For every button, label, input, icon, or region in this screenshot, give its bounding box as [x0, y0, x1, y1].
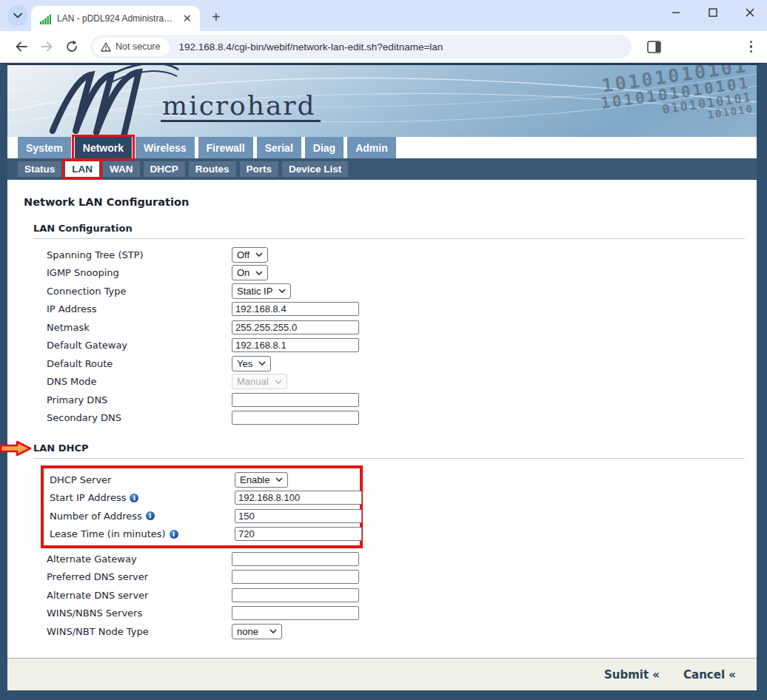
alternate-gateway-input[interactable] [232, 552, 359, 566]
primary-dns-input[interactable] [232, 393, 359, 407]
side-panel-icon [647, 41, 661, 53]
igmp-snooping-select[interactable]: On [232, 265, 268, 280]
main-tab-wireless[interactable]: Wireless [135, 137, 194, 158]
form-row: Number of Addressi [50, 507, 360, 525]
form-row: Secondary DNS [47, 409, 751, 428]
sub-nav: StatusLANWANDHCPRoutesPortsDevice List [7, 158, 757, 180]
forward-icon [40, 41, 53, 53]
wins-nbns-servers-input[interactable] [232, 606, 359, 620]
form-row: WINS/NBT Node Typenone [47, 622, 751, 641]
main-tab-serial[interactable]: Serial [257, 137, 301, 158]
maximize-button[interactable] [708, 7, 718, 18]
close-button[interactable] [745, 7, 755, 18]
browser-toolbar: Not secure 192.168.8.4/cgi-bin/webif/net… [0, 31, 767, 63]
start-ip-address-input[interactable] [235, 491, 362, 505]
field-label-alternate-gateway: Alternate Gateway [47, 553, 232, 565]
security-chip[interactable]: Not secure [93, 38, 170, 56]
browser-tab[interactable]: LAN - pDDL924 Administrative ✕ [31, 6, 200, 31]
site-header: microhard 10101010101 1010101010101 0101… [7, 65, 757, 137]
field-label-default-route: Default Route [47, 358, 232, 369]
sub-tab-ports[interactable]: Ports [240, 161, 279, 177]
submit-button[interactable]: Submit « [604, 668, 660, 682]
default-route-select[interactable]: Yes [232, 356, 271, 371]
ip-address-input[interactable] [232, 302, 359, 316]
main-tab-network[interactable]: Network [75, 137, 132, 158]
section-lan-configuration: LAN ConfigurationSpanning Tree (STP)OffI… [24, 223, 751, 427]
secondary-dns-input[interactable] [232, 411, 359, 425]
field-label-primary-dns: Primary DNS [47, 394, 232, 405]
chevron-down-icon [255, 271, 263, 275]
sub-tab-routes[interactable]: Routes [189, 161, 236, 177]
sub-tab-lan[interactable]: LAN [65, 161, 99, 177]
annotation-arrow [0, 440, 32, 459]
browser-titlebar: LAN - pDDL924 Administrative ✕ + [0, 0, 767, 31]
address-bar[interactable]: Not secure 192.168.8.4/cgi-bin/webif/net… [90, 35, 632, 58]
number-of-address-input[interactable] [235, 509, 362, 523]
section-divider [33, 238, 745, 239]
dhcp-server-select[interactable]: Enable [235, 472, 288, 488]
form-row: Primary DNS [47, 391, 751, 409]
field-label-start-ip-address: Start IP Addressi [50, 492, 235, 503]
form-row: Alternate DNS server [47, 586, 751, 605]
form-row: DHCP ServerEnable [50, 471, 360, 489]
url-text: 192.168.8.4/cgi-bin/webif/network-lan-ed… [178, 41, 443, 53]
reload-button[interactable] [59, 34, 84, 59]
main-tab-firewall[interactable]: Firewall [198, 137, 253, 158]
window-controls [671, 7, 755, 18]
alternate-dns-server-input[interactable] [232, 588, 359, 602]
page-content: Network LAN Configuration LAN Configurat… [7, 180, 757, 658]
info-icon[interactable]: i [170, 530, 178, 539]
back-button[interactable] [9, 34, 34, 59]
page-title: Network LAN Configuration [24, 196, 751, 208]
annotation-highlight-box: DHCP ServerEnableStart IP AddressiNumber… [41, 465, 363, 548]
wins-nbt-node-type-select[interactable]: none [232, 624, 282, 639]
sub-tab-wan[interactable]: WAN [103, 161, 140, 177]
back-icon [15, 41, 28, 53]
preferred-dns-server-input[interactable] [232, 570, 359, 584]
chevron-down-icon [13, 13, 22, 18]
main-tab-diag[interactable]: Diag [305, 137, 344, 158]
footer-bar: Submit « Cancel « [7, 658, 757, 690]
warning-triangle-icon [101, 42, 111, 52]
side-panel-button[interactable] [642, 34, 667, 59]
connection-type-select[interactable]: Static IP [232, 283, 291, 299]
field-label-dhcp-server: DHCP Server [50, 474, 235, 485]
chevron-down-icon [275, 380, 282, 384]
device-admin-page: microhard 10101010101 1010101010101 0101… [0, 63, 767, 700]
sub-tab-status[interactable]: Status [18, 161, 61, 177]
form-row: Preferred DNS server [47, 568, 751, 587]
minimize-button[interactable] [671, 7, 681, 18]
annotation-box-network [72, 135, 135, 161]
form-row: Lease Time (in minutes)i [50, 525, 360, 544]
field-label-connection-type: Connection Type [47, 286, 232, 297]
form-row: Connection TypeStatic IP [47, 282, 751, 300]
info-icon[interactable]: i [146, 511, 155, 520]
info-icon[interactable]: i [130, 494, 138, 502]
field-label-igmp-snooping: IGMP Snooping [47, 267, 232, 278]
reload-icon [65, 40, 78, 53]
logo-m-icon [43, 65, 180, 137]
field-label-alternate-dns-server: Alternate DNS server [47, 590, 232, 601]
field-label-spanning-tree-stp: Spanning Tree (STP) [47, 249, 232, 260]
browser-menu-button[interactable] [744, 38, 759, 56]
netmask-input[interactable] [232, 320, 359, 334]
tab-close-icon[interactable]: ✕ [180, 12, 194, 25]
microhard-logo: microhard [43, 65, 321, 135]
main-tab-system[interactable]: System [18, 137, 71, 158]
cancel-button[interactable]: Cancel « [683, 668, 736, 682]
sub-tab-dhcp[interactable]: DHCP [144, 161, 185, 177]
minimize-icon [671, 8, 680, 17]
chevron-down-icon [255, 252, 263, 257]
tab-search-button[interactable] [7, 5, 28, 26]
default-gateway-input[interactable] [232, 338, 359, 352]
form-row: Spanning Tree (STP)Off [47, 246, 751, 264]
main-tab-admin[interactable]: Admin [347, 137, 396, 158]
forward-button[interactable] [34, 34, 59, 59]
annotation-box-lan [62, 159, 102, 179]
sub-tab-device-list[interactable]: Device List [282, 161, 348, 177]
signal-bars-favicon [40, 13, 51, 24]
logo-wordmark: microhard [161, 92, 321, 122]
lease-time-in-minutes-input[interactable] [235, 527, 362, 541]
spanning-tree-stp-select[interactable]: Off [232, 247, 268, 263]
new-tab-button[interactable]: + [212, 10, 221, 24]
